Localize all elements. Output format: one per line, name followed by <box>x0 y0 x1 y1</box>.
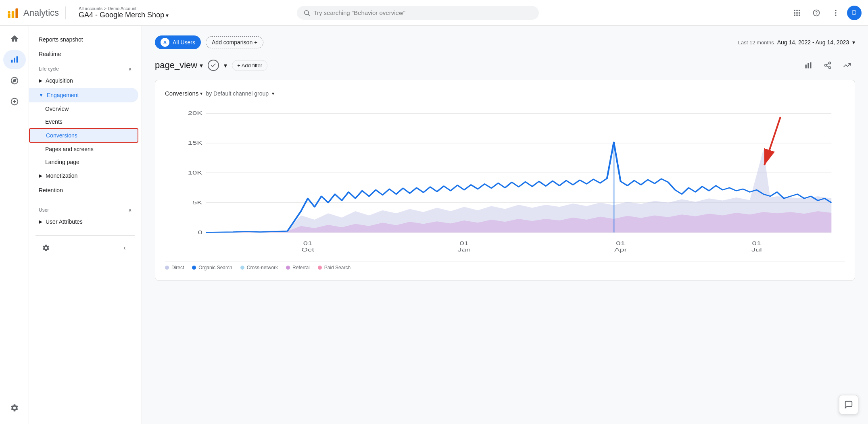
left-nav <box>0 26 29 424</box>
nav-explore[interactable] <box>3 71 26 90</box>
monetization-arrow: ▶ <box>39 173 42 179</box>
chart-type-button[interactable] <box>800 57 816 73</box>
svg-rect-12 <box>794 15 795 16</box>
sidebar-sub-pages-and-screens[interactable]: Pages and screens <box>29 143 142 156</box>
event-controls: page_view ▾ ▾ + Add filter <box>155 60 267 71</box>
bar-chart-type-icon <box>804 61 812 69</box>
svg-rect-8 <box>799 10 800 11</box>
legend-cross-label: Cross-network <box>247 265 278 270</box>
add-comparison-button[interactable]: Add comparison + <box>206 36 263 48</box>
date-range-value: Aug 14, 2022 - Aug 14, 2023 <box>777 39 849 46</box>
svg-rect-1 <box>12 11 14 18</box>
top-bar: Analytics All accounts > Demo Account GA… <box>0 0 868 26</box>
legend-direct-label: Direct <box>171 265 184 270</box>
account-breadcrumb: All accounts > Demo Account <box>79 6 169 11</box>
user-collapse-icon[interactable]: ∧ <box>128 207 132 213</box>
svg-line-32 <box>826 66 829 67</box>
event-pill[interactable]: page_view ▾ <box>155 60 203 71</box>
legend-organic-search: Organic Search <box>192 265 232 270</box>
sidebar-item-reports-snapshot[interactable]: Reports snapshot <box>29 32 142 47</box>
search-input[interactable] <box>313 9 532 16</box>
svg-rect-27 <box>807 63 809 69</box>
legend-referral-label: Referral <box>292 265 310 270</box>
sidebar-sub-events[interactable]: Events <box>29 115 142 128</box>
sidebar-collapse-button[interactable]: ‹ <box>117 241 132 255</box>
svg-text:20K: 20K <box>188 110 203 116</box>
svg-point-31 <box>829 67 831 69</box>
user-segment-chip[interactable]: A All Users <box>155 35 201 49</box>
account-name[interactable]: GA4 - Google Merch Shop ▾ <box>79 11 169 19</box>
legend-paid-dot <box>318 266 322 270</box>
chart-actions <box>800 57 855 73</box>
sidebar-item-retention[interactable]: Retention <box>29 183 142 197</box>
sidebar-item-user-attributes[interactable]: ▶ User Attributes <box>29 214 142 229</box>
svg-point-18 <box>835 12 836 13</box>
nav-advertising[interactable] <box>3 92 26 111</box>
svg-text:Apr: Apr <box>614 247 627 253</box>
search-icon <box>303 9 310 17</box>
chart-title-dropdown[interactable]: Conversions ▾ <box>165 90 202 97</box>
svg-point-19 <box>835 15 836 16</box>
add-filter-button[interactable]: + Add filter <box>232 60 267 71</box>
home-icon <box>10 34 19 43</box>
user-chip-avatar: A <box>161 38 169 47</box>
check-dropdown-icon[interactable]: ▾ <box>224 62 227 69</box>
grid-menu-button[interactable] <box>789 5 805 21</box>
legend-organic-dot <box>192 266 196 270</box>
svg-text:5K: 5K <box>192 200 203 206</box>
nav-home[interactable] <box>3 29 26 48</box>
sidebar-sub-overview[interactable]: Overview <box>29 102 142 115</box>
svg-rect-28 <box>810 62 811 69</box>
sidebar-item-engagement[interactable]: ▼ Engagement <box>29 88 138 102</box>
channel-group-dropdown-icon[interactable]: ▾ <box>272 91 274 96</box>
legend-cross-network: Cross-network <box>240 265 278 270</box>
svg-rect-11 <box>799 12 800 13</box>
svg-text:01: 01 <box>752 241 761 246</box>
svg-text:01: 01 <box>616 241 625 246</box>
avatar[interactable]: D <box>847 6 862 20</box>
svg-text:Oct: Oct <box>301 247 314 253</box>
sidebar-settings-button[interactable] <box>39 241 53 255</box>
lifecycle-collapse-icon[interactable]: ∧ <box>128 66 132 72</box>
chart-legend: Direct Organic Search Cross-network Refe… <box>165 261 845 270</box>
legend-paid-search: Paid Search <box>318 265 351 270</box>
search-bar[interactable] <box>297 6 539 20</box>
nav-settings[interactable] <box>3 398 26 418</box>
event-dropdown-icon: ▾ <box>200 62 203 69</box>
svg-marker-24 <box>13 79 16 82</box>
check-icon <box>210 62 217 69</box>
svg-rect-13 <box>796 15 797 16</box>
settings-icon <box>10 403 19 412</box>
chart-title-arrow: ▾ <box>200 91 202 96</box>
engagement-arrow: ▼ <box>39 92 44 98</box>
chart-header: Conversions ▾ by Default channel group ▾ <box>165 90 845 97</box>
legend-paid-label: Paid Search <box>324 265 351 270</box>
collapse-icon: ‹ <box>123 244 125 251</box>
svg-line-5 <box>308 14 309 15</box>
sidebar-sub-landing-page[interactable]: Landing page <box>29 156 142 168</box>
check-circle-button[interactable] <box>208 60 219 71</box>
app-title: Analytics <box>23 8 59 18</box>
sidebar-item-monetization[interactable]: ▶ Monetization <box>29 168 142 183</box>
lifecycle-section: Life cycle ∧ <box>29 61 142 73</box>
chat-button[interactable] <box>839 395 858 414</box>
svg-text:01: 01 <box>460 241 469 246</box>
svg-point-3 <box>8 11 10 13</box>
main-area: Reports snapshot Realtime Life cycle ∧ ▶… <box>0 26 868 424</box>
svg-text:0: 0 <box>198 230 202 235</box>
svg-point-30 <box>825 64 827 67</box>
svg-text:Jul: Jul <box>751 247 762 253</box>
svg-rect-0 <box>8 13 10 18</box>
help-button[interactable]: ? <box>808 5 824 21</box>
share-button[interactable] <box>820 57 836 73</box>
legend-cross-dot <box>240 266 244 270</box>
sidebar-item-realtime[interactable]: Realtime <box>29 47 142 61</box>
analytics-button[interactable] <box>839 57 855 73</box>
sidebar-item-acquisition[interactable]: ▶ Acquisition <box>29 73 142 88</box>
svg-text:01: 01 <box>303 241 312 246</box>
more-options-button[interactable] <box>828 5 844 21</box>
trending-icon <box>843 61 851 69</box>
nav-reports[interactable] <box>3 50 26 69</box>
date-range-selector[interactable]: Last 12 months Aug 14, 2022 - Aug 14, 20… <box>738 39 855 46</box>
sidebar-sub-conversions[interactable]: Conversions <box>29 128 138 143</box>
